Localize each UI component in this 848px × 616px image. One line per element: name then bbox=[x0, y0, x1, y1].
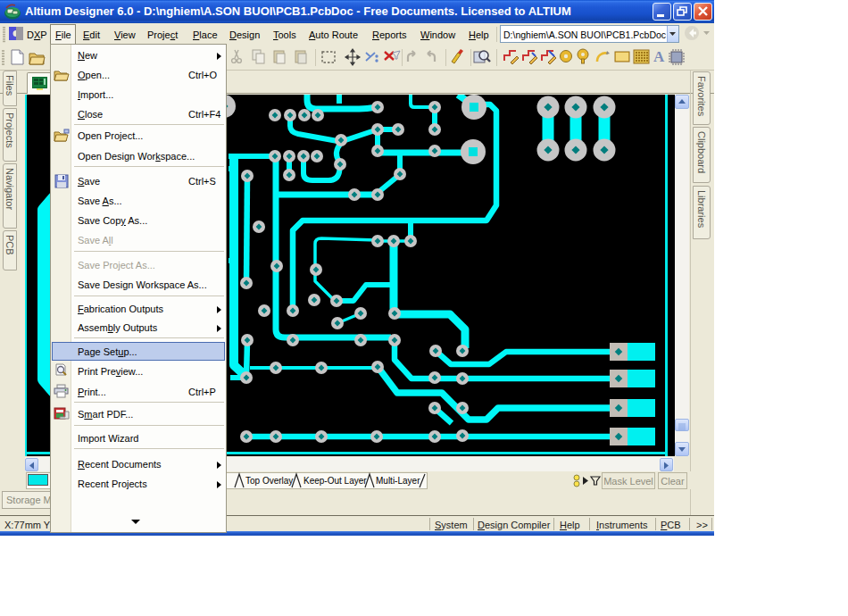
svg-text:Keep-Out Layer: Keep-Out Layer bbox=[303, 476, 367, 486]
svg-text:A: A bbox=[653, 48, 665, 65]
svg-text:Multi-Layer: Multi-Layer bbox=[376, 476, 420, 486]
svg-text:Top Overlay: Top Overlay bbox=[245, 476, 293, 486]
